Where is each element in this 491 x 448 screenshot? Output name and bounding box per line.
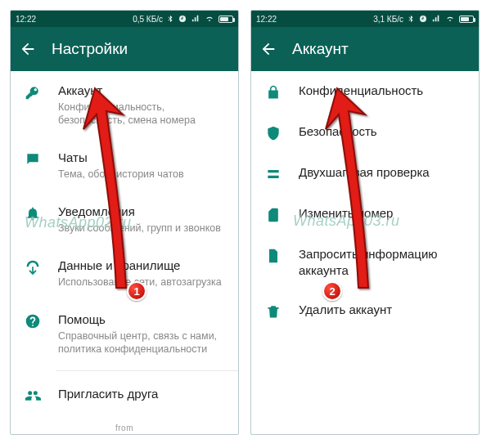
settings-item-invite[interactable]: Пригласить друга <box>11 374 238 415</box>
doc-icon <box>263 246 284 279</box>
status-time: 12:22 <box>256 15 277 24</box>
settings-item-notifications[interactable]: Уведомления Звуки сообщений, групп и зво… <box>11 192 238 246</box>
lock-icon <box>263 83 284 101</box>
account-item-twostep[interactable]: Двухшаговая проверка <box>251 153 479 194</box>
settings-item-title: Аккаунт <box>58 83 227 99</box>
settings-item-title: Помощь <box>58 311 227 328</box>
app-bar: Аккаунт <box>251 27 479 71</box>
people-icon <box>22 386 43 404</box>
status-bar: 12:22 0,5 КБ/c <box>11 11 238 27</box>
divider <box>56 370 238 371</box>
arrow-left-icon <box>19 40 37 58</box>
account-item-title: Двухшаговая проверка <box>299 164 467 181</box>
bell-icon <box>22 204 43 235</box>
trash-icon <box>263 302 284 320</box>
account-item-title: Удалить аккаунт <box>299 302 467 318</box>
app-bar: Настройки <box>11 27 238 71</box>
alarm-icon <box>418 14 428 24</box>
status-net-speed: 0,5 КБ/c <box>133 15 163 24</box>
account-item-title: Безопасность <box>299 123 467 140</box>
phone-settings: 12:22 0,5 КБ/c Настройки Ак <box>10 10 239 435</box>
settings-item-sub: Справочный центр, связь с нами, политика… <box>58 329 227 356</box>
signal-icon <box>191 15 200 23</box>
bluetooth-icon <box>166 14 174 24</box>
account-item-title: Запросить информацию аккаунта <box>299 246 467 279</box>
status-net-speed: 3,1 КБ/c <box>373 15 403 24</box>
settings-item-account[interactable]: Аккаунт Конфиденциальность, безопасность… <box>11 71 238 138</box>
key-icon <box>22 83 43 127</box>
account-item-security[interactable]: Безопасность <box>251 112 479 153</box>
wifi-icon <box>204 15 215 23</box>
account-item-privacy[interactable]: Конфиденциальность <box>251 71 479 112</box>
sim-icon <box>263 205 284 223</box>
signal-icon <box>431 15 441 23</box>
back-button[interactable] <box>259 40 277 58</box>
settings-item-title: Данные и хранилище <box>58 258 227 274</box>
footer-from: from <box>11 423 238 432</box>
settings-item-title: Уведомления <box>58 204 227 220</box>
settings-item-title: Пригласить друга <box>58 386 227 402</box>
back-button[interactable] <box>19 40 37 58</box>
status-bar: 12:22 3,1 КБ/c <box>251 11 479 27</box>
phone-account: 12:22 3,1 КБ/c Аккаунт Конфиденциаль <box>250 10 480 435</box>
appbar-title: Настройки <box>52 40 128 58</box>
account-item-title: Изменить номер <box>299 205 467 222</box>
settings-item-chats[interactable]: Чаты Тема, обои, история чатов <box>11 138 238 192</box>
wifi-icon <box>444 15 456 23</box>
settings-item-sub: Конфиденциальность, безопасность, смена … <box>58 101 227 127</box>
footer: from FACEBOOK <box>11 415 238 434</box>
alarm-icon <box>178 14 187 24</box>
help-icon <box>22 311 43 356</box>
settings-item-help[interactable]: Помощь Справочный центр, связь с нами, п… <box>11 300 238 367</box>
settings-item-sub: Звуки сообщений, групп и звонков <box>58 222 227 235</box>
battery-icon <box>218 16 233 23</box>
account-item-request-info[interactable]: Запросить информацию аккаунта <box>251 235 479 290</box>
bluetooth-icon <box>407 14 415 24</box>
account-item-change-number[interactable]: Изменить номер <box>251 194 479 235</box>
account-item-title: Конфиденциальность <box>299 83 467 99</box>
twostep-icon <box>263 164 284 182</box>
settings-item-data[interactable]: Данные и хранилище Использование сети, а… <box>11 246 238 300</box>
battery-icon <box>459 16 474 23</box>
account-list: Конфиденциальность Безопасность Двухшаго… <box>251 71 479 434</box>
status-time: 12:22 <box>16 15 36 24</box>
settings-list: Аккаунт Конфиденциальность, безопасность… <box>11 71 238 434</box>
arrow-left-icon <box>259 40 277 58</box>
settings-item-sub: Использование сети, автозагрузка <box>58 276 227 289</box>
settings-item-sub: Тема, обои, история чатов <box>58 168 227 181</box>
shield-icon <box>263 123 284 141</box>
appbar-title: Аккаунт <box>292 40 349 58</box>
settings-item-title: Чаты <box>58 150 227 166</box>
data-icon <box>22 258 43 289</box>
chat-icon <box>22 150 43 181</box>
account-item-delete[interactable]: Удалить аккаунт <box>251 290 479 331</box>
